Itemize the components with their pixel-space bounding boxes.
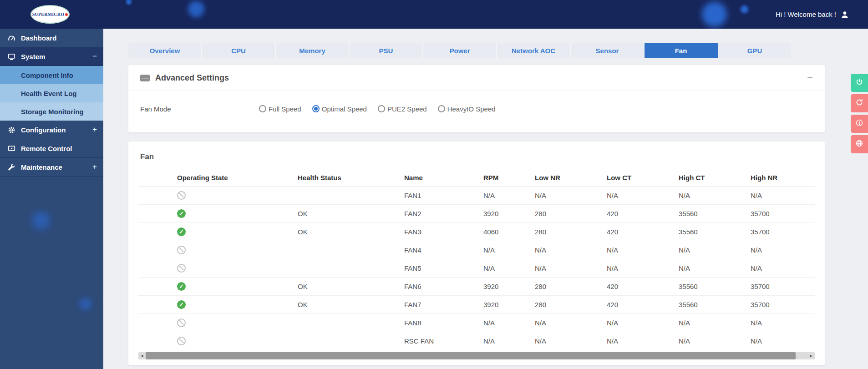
cell-low-nr: 280 <box>535 296 607 314</box>
cell-name: FAN4 <box>404 241 483 259</box>
cell-high-nr: 35700 <box>751 205 815 223</box>
fan-mode-option-pue2-speed[interactable]: PUE2 Speed <box>378 105 427 113</box>
fan-mode-options: Full SpeedOptimal SpeedPUE2 SpeedHeavyIO… <box>259 105 496 113</box>
scroll-left-icon[interactable]: ◄ <box>138 352 146 359</box>
cell-operating-state <box>177 259 298 278</box>
tab-overview[interactable]: Overview <box>128 43 202 58</box>
fan-card: Fan Operating StateHealth StatusNameRPML… <box>128 142 825 365</box>
fan-row-fan6: ✓OKFAN639202804203556035700 <box>138 278 815 296</box>
locale-icon <box>855 139 863 149</box>
cell-low-nr: N/A <box>535 314 607 332</box>
cell-high-nr: N/A <box>751 314 815 332</box>
fan-row-fan3: ✓OKFAN340602804203556035700 <box>138 223 815 241</box>
expand-toggle-icon[interactable]: + <box>92 125 97 134</box>
sidebar-item-dashboard[interactable]: Dashboard <box>0 29 103 47</box>
locale-button[interactable] <box>851 135 868 153</box>
column-header-high-ct: High CT <box>679 169 751 187</box>
fan-row-fan2: ✓OKFAN239202804203556035700 <box>138 205 815 223</box>
cell-health-status: OK <box>298 223 404 241</box>
refresh-button[interactable] <box>851 94 868 112</box>
refresh-icon <box>855 98 863 108</box>
cell-low-ct: N/A <box>607 314 679 332</box>
fan-mode-row: Fan Mode Full SpeedOptimal SpeedPUE2 Spe… <box>128 91 825 126</box>
tab-memory[interactable]: Memory <box>276 43 350 58</box>
cell-rpm: N/A <box>483 241 535 259</box>
fan-row-fan8: FAN8N/AN/AN/AN/AN/A <box>138 314 815 332</box>
user-icon[interactable] <box>841 10 849 19</box>
fan-mode-option-heavyio-speed[interactable]: HeavyIO Speed <box>438 105 496 113</box>
decor-glow <box>188 1 204 17</box>
scroll-right-icon[interactable]: ► <box>807 352 815 359</box>
cell-name: FAN1 <box>404 187 483 205</box>
sidebar-subitem-component-info[interactable]: Component Info <box>0 66 103 84</box>
cell-high-nr: 35700 <box>751 296 815 314</box>
radio-unselected-icon[interactable] <box>259 105 266 112</box>
cell-high-ct: 35560 <box>679 278 751 296</box>
info-button[interactable] <box>851 115 868 133</box>
tab-power[interactable]: Power <box>423 43 497 58</box>
tab-fan[interactable]: Fan <box>645 43 718 58</box>
scrollbar-thumb[interactable] <box>146 352 796 359</box>
cell-high-nr: N/A <box>751 187 815 205</box>
sidebar-subitem-storage-monitoring[interactable]: Storage Monitoring <box>0 102 103 121</box>
horizontal-scrollbar[interactable]: ◄ ► <box>138 352 815 359</box>
sidebar-item-label: Dashboard <box>21 34 56 42</box>
collapse-button[interactable]: − <box>807 73 813 82</box>
status-not-present-icon <box>177 337 186 345</box>
radio-selected-icon[interactable] <box>312 105 320 112</box>
cell-low-nr: 280 <box>535 223 607 241</box>
cell-high-ct: N/A <box>679 314 751 332</box>
radio-unselected-icon[interactable] <box>438 105 445 112</box>
cell-health-status <box>298 187 404 205</box>
dashboard-icon <box>6 34 16 42</box>
sidebar-item-maintenance[interactable]: Maintenance+ <box>0 158 103 177</box>
cell-low-ct: N/A <box>607 187 679 205</box>
sidebar-item-remote-control[interactable]: Remote Control <box>0 139 103 158</box>
quick-action-buttons <box>851 74 868 153</box>
cell-low-nr: 280 <box>535 278 607 296</box>
tab-sensor[interactable]: Sensor <box>571 43 645 58</box>
cell-health-status <box>298 314 404 332</box>
expand-toggle-icon[interactable]: + <box>92 162 97 172</box>
cell-low-ct: 420 <box>607 296 679 314</box>
tab-cpu[interactable]: CPU <box>202 43 276 58</box>
cell-operating-state <box>177 187 298 205</box>
cell-high-nr: N/A <box>751 259 815 278</box>
sidebar-item-configuration[interactable]: Configuration+ <box>0 121 103 139</box>
power-button[interactable] <box>851 74 868 92</box>
fan-mode-label: Fan Mode <box>140 105 259 113</box>
remote-screen-icon <box>6 144 16 152</box>
cell-rpm: N/A <box>483 314 535 332</box>
tab-gpu[interactable]: GPU <box>718 43 791 58</box>
cell-low-ct: 420 <box>607 223 679 241</box>
top-header: SUPERMICRO Hi ! Welcome back ! <box>0 0 868 29</box>
fan-mode-option-full-speed[interactable]: Full Speed <box>259 105 301 113</box>
cell-rpm: N/A <box>483 259 535 278</box>
scrollbar-track[interactable] <box>146 352 807 359</box>
cell-high-nr: 35700 <box>751 223 815 241</box>
fan-mode-option-optimal-speed[interactable]: Optimal Speed <box>312 105 367 113</box>
tab-psu[interactable]: PSU <box>350 43 423 58</box>
decor-glow <box>741 5 748 13</box>
radio-unselected-icon[interactable] <box>378 105 385 112</box>
cell-high-ct: N/A <box>679 187 751 205</box>
cell-low-ct: N/A <box>607 332 679 350</box>
cell-name: FAN2 <box>404 205 483 223</box>
cell-rpm: N/A <box>483 187 535 205</box>
gear-icon <box>6 126 16 134</box>
expand-toggle-icon[interactable]: − <box>92 52 97 61</box>
sidebar-item-label: Remote Control <box>21 145 72 152</box>
info-icon <box>855 119 863 129</box>
cell-low-nr: N/A <box>535 241 607 259</box>
fan-row-rsc-fan: RSC FANN/AN/AN/AN/AN/A <box>138 332 815 350</box>
cell-high-nr: 35700 <box>751 278 815 296</box>
column-header-high-nr: High NR <box>751 169 815 187</box>
decor-glow <box>79 298 92 310</box>
sidebar-subitem-health-event-log[interactable]: Health Event Log <box>0 84 103 102</box>
tab-network-aoc[interactable]: Network AOC <box>497 43 571 58</box>
cell-low-nr: 280 <box>535 205 607 223</box>
sidebar-subitem-label: Component Info <box>21 71 73 79</box>
cell-operating-state: ✓ <box>177 223 298 241</box>
sidebar-item-system[interactable]: System− <box>0 47 103 66</box>
column-header-low-nr: Low NR <box>535 169 607 187</box>
